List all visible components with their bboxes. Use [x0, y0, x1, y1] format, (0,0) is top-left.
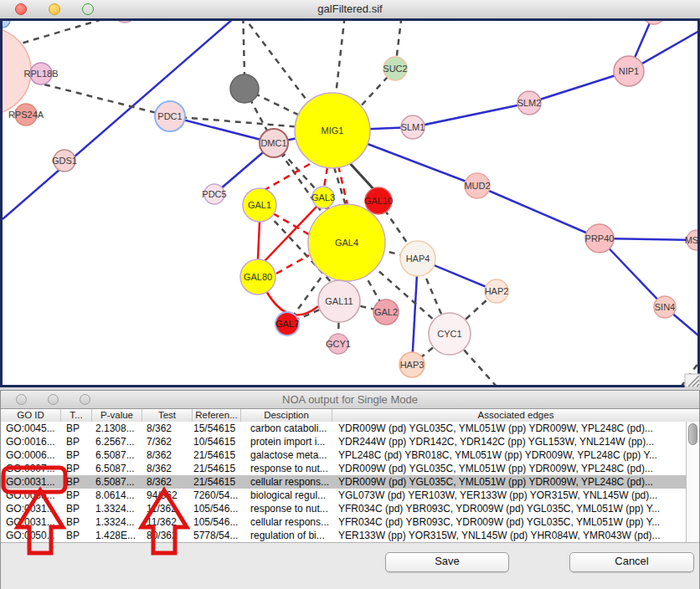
cell-desc: biological regul... — [240, 489, 332, 502]
node-GCY1[interactable]: GCY1 — [326, 334, 351, 354]
cell-desc: response to nut... — [240, 462, 332, 475]
cell-edges: YDR009W (pd) YGL035C, YML051W (pp) YDR00… — [332, 462, 686, 475]
cell-ref: 21/54615 — [192, 462, 240, 475]
node-MUD2[interactable]: MUD2 — [464, 173, 490, 198]
cell-p: 6.2567... — [91, 435, 142, 448]
svg-text:SLM2: SLM2 — [517, 98, 542, 108]
node-HAP4[interactable]: HAP4 — [400, 241, 435, 276]
table-row[interactable]: GO:0031...BP1.3324...11/362105/546...cel… — [1, 515, 686, 529]
cell-go_id: GO:0016... — [1, 435, 60, 448]
table-row[interactable]: GO:0050...BP1.428E...80/3625778/54...reg… — [1, 529, 686, 542]
node-PRP40[interactable]: PRP40 — [585, 224, 615, 253]
table-row[interactable]: GO:0007...BP6.5087...8/36221/54615respon… — [1, 462, 686, 475]
network-window: galFiltered.sif RPL18BRPS24AGDS1PDC1DMC1… — [0, 0, 700, 387]
cell-test: 8/362 — [142, 448, 192, 462]
cell-p: 6.5087... — [91, 462, 142, 475]
column-header-go-id[interactable]: GO ID — [1, 409, 60, 422]
cell-test: 11/362 — [142, 515, 192, 529]
node-SUC2[interactable]: SUC2 — [383, 57, 407, 80]
node-PDC1[interactable]: PDC1 — [155, 101, 185, 131]
node-SLM2[interactable]: SLM2 — [517, 91, 542, 115]
svg-text:GAL11: GAL11 — [325, 296, 353, 306]
node-GAL80[interactable]: GAL80 — [240, 259, 275, 294]
svg-text:HAP2: HAP2 — [485, 286, 509, 296]
svg-text:GAL7: GAL7 — [275, 319, 299, 329]
cell-test: 7/362 — [142, 435, 192, 448]
resize-grip[interactable] — [685, 374, 700, 387]
cell-edges: YFR034C (pd) YBR093C, YDR009W (pd) YGL03… — [332, 515, 686, 529]
node-GAL11[interactable]: GAL11 — [318, 280, 360, 322]
cell-desc: regulation of bi... — [240, 529, 332, 542]
svg-text:GAL1: GAL1 — [248, 200, 271, 210]
cell-desc: cellular respons... — [240, 475, 332, 489]
button-bar: Save Cancel — [1, 542, 699, 589]
cell-go_id: GO:0045... — [1, 422, 60, 435]
node-unlabeled[interactable] — [230, 74, 259, 103]
node-SLM1[interactable]: SLM1 — [401, 115, 425, 139]
svg-text:PDC1: PDC1 — [157, 111, 182, 121]
node-GAL7[interactable]: GAL7 — [275, 312, 299, 335]
node-RPS24A[interactable]: RPS24A — [8, 104, 44, 125]
node-CYC1[interactable]: CYC1 — [429, 313, 471, 355]
cell-desc: cellular respons... — [240, 515, 332, 529]
cell-p: 6.5087... — [91, 475, 142, 489]
svg-text:GAL2: GAL2 — [374, 307, 398, 317]
svg-text:SIN4: SIN4 — [655, 302, 675, 312]
node-HAP3[interactable]: HAP3 — [399, 352, 425, 377]
column-header-t-[interactable]: T... — [60, 409, 91, 422]
column-header-referen-[interactable]: Referen... — [192, 409, 240, 422]
table-row[interactable]: GO:0016...BP6.2567...7/36210/54615protei… — [1, 435, 686, 448]
svg-text:GCY1: GCY1 — [326, 339, 351, 349]
node-GAL1[interactable]: GAL1 — [243, 188, 276, 222]
scrollbar-thumb[interactable] — [688, 423, 697, 445]
node-SIN4[interactable]: SIN4 — [654, 296, 676, 318]
column-header-test[interactable]: Test — [142, 409, 192, 422]
cell-desc: carbon cataboli... — [240, 422, 332, 435]
noa-titlebar: NOA output for Single Mode — [1, 391, 699, 409]
table-row[interactable]: GO:0031...BP1.3324...11/362105/546...res… — [1, 502, 686, 515]
network-canvas[interactable]: RPL18BRPS24AGDS1PDC1DMC1MIG1SUC2SLM1SLM2… — [0, 18, 700, 387]
svg-text:PRP40: PRP40 — [585, 233, 615, 243]
node-GAL3[interactable]: GAL3 — [311, 187, 335, 208]
node-HAP2[interactable]: HAP2 — [485, 279, 509, 303]
canvas-frame — [0, 18, 700, 387]
svg-text:CYC1: CYC1 — [437, 329, 461, 339]
cell-desc: protein import i... — [240, 435, 332, 448]
cell-edges: YDR244W (pp) YDR142C, YDR142C (pp) YGL15… — [332, 435, 686, 448]
svg-text:GAL10: GAL10 — [364, 196, 393, 206]
cell-desc: response to nut... — [240, 502, 332, 515]
cell-ref: 105/546... — [192, 515, 240, 529]
node-GAL4[interactable]: GAL4 — [308, 204, 385, 281]
column-header-associated-edges[interactable]: Associated edges — [332, 409, 699, 422]
cell-go_id: GO:0065... — [1, 489, 60, 502]
cell-test: 80/362 — [142, 529, 192, 542]
cell-p: 1.428E... — [91, 529, 142, 542]
column-header-desciption[interactable]: Desciption — [240, 409, 332, 422]
table-row[interactable]: GO:0045...BP2.1308...8/36215/54615carbon… — [1, 422, 686, 435]
cell-edges: YPL248C (pd) YBR018C, YML051W (pp) YDR00… — [332, 448, 686, 462]
svg-text:HAP3: HAP3 — [400, 360, 425, 370]
cell-p: 6.5087... — [91, 448, 142, 462]
node-MIG1[interactable]: MIG1 — [295, 93, 370, 168]
table-row[interactable]: GO:0065...BP8.0614...94/3627260/54...bio… — [1, 489, 686, 502]
node-GAL2[interactable]: GAL2 — [373, 300, 399, 325]
network-edges — [0, 18, 700, 387]
table-row[interactable]: GO:0006...BP6.5087...8/36221/54615galact… — [1, 448, 686, 462]
table-row[interactable]: GO:0031...BP6.5087...8/36221/54615cellul… — [1, 475, 686, 489]
column-header-p-value[interactable]: P-value — [91, 409, 142, 422]
cell-t: BP — [60, 515, 91, 529]
table-header[interactable]: GO IDT...P-valueTestReferen...Desciption… — [1, 409, 699, 423]
node-DMC1[interactable]: DMC1 — [260, 129, 288, 157]
svg-text:MIG1: MIG1 — [322, 125, 344, 136]
cell-p: 1.3324... — [91, 515, 142, 529]
cell-t: BP — [60, 448, 91, 462]
svg-text:NIP1: NIP1 — [619, 66, 639, 76]
save-button[interactable]: Save — [385, 552, 509, 572]
cell-ref: 105/546... — [192, 502, 240, 515]
cell-desc: galactose meta... — [240, 448, 332, 462]
node-GDS1[interactable]: GDS1 — [52, 150, 77, 172]
vertical-scrollbar[interactable] — [686, 422, 699, 542]
node-NIP1[interactable]: NIP1 — [614, 56, 644, 86]
cancel-button[interactable]: Cancel — [569, 552, 694, 572]
cell-ref: 21/54615 — [192, 448, 240, 462]
